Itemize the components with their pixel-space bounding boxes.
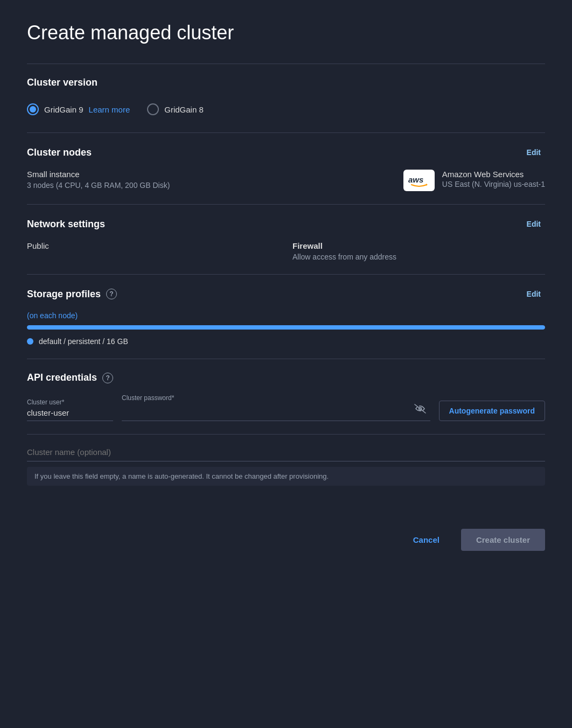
storage-profiles-title: Storage profiles <box>27 289 101 300</box>
provider-info: Amazon Web Services US East (N. Virginia… <box>442 170 545 188</box>
cluster-user-label: Cluster user* <box>27 398 113 406</box>
network-settings-header: Network settings Edit <box>27 218 545 230</box>
cluster-name-input[interactable] <box>27 447 545 461</box>
create-cluster-button[interactable]: Create cluster <box>461 529 545 551</box>
storage-profiles-header: Storage profiles ? Edit <box>27 288 545 300</box>
cluster-nodes-edit-button[interactable]: Edit <box>522 146 545 159</box>
gridgain9-option[interactable]: GridGain 9 Learn more <box>27 103 130 115</box>
cluster-name-section: If you leave this field empty, a name is… <box>27 434 545 492</box>
toggle-password-visibility-icon[interactable] <box>410 404 430 417</box>
credentials-grid: Cluster user* cluster-user Cluster passw… <box>27 394 545 421</box>
aws-logo-svg: aws <box>407 173 431 188</box>
network-settings-section: Network settings Edit Public Firewall Al… <box>27 204 545 274</box>
firewall-title: Firewall <box>292 241 545 250</box>
network-type-container: Public <box>27 241 280 261</box>
cluster-name-hint: If you leave this field empty, a name is… <box>27 467 545 486</box>
instance-title: Small instance <box>27 170 403 179</box>
api-credentials-header: API credentials ? <box>27 372 545 383</box>
storage-bar-fill <box>27 325 545 330</box>
gridgain8-radio[interactable] <box>147 103 159 115</box>
network-settings-edit-button[interactable]: Edit <box>522 218 545 230</box>
cancel-button[interactable]: Cancel <box>400 529 452 551</box>
autogenerate-password-button[interactable]: Autogenerate password <box>439 401 545 421</box>
cluster-user-field-group: Cluster user* cluster-user <box>27 398 113 421</box>
firewall-detail: Allow access from any address <box>292 253 545 261</box>
storage-dot-icon <box>27 338 33 345</box>
api-credentials-title: API credentials <box>27 372 97 383</box>
svg-marker-1 <box>426 184 428 186</box>
version-options: GridGain 9 Learn more GridGain 8 <box>27 99 545 120</box>
gridgain9-label: GridGain 9 <box>44 105 83 114</box>
storage-profiles-section: Storage profiles ? Edit (on each node) d… <box>27 274 545 359</box>
storage-profiles-edit-button[interactable]: Edit <box>522 288 545 300</box>
cluster-password-wrapper[interactable] <box>122 404 430 421</box>
storage-profiles-title-group: Storage profiles ? <box>27 289 117 300</box>
provider-region: US East (N. Virginia) us-east-1 <box>442 180 545 188</box>
learn-more-link[interactable]: Learn more <box>89 105 130 114</box>
cluster-nodes-section: Cluster nodes Edit Small instance 3 node… <box>27 132 545 204</box>
cluster-version-section: Cluster version GridGain 9 Learn more Gr… <box>27 64 545 132</box>
page-title: Create managed cluster <box>27 22 545 44</box>
storage-profiles-help-icon[interactable]: ? <box>106 289 117 299</box>
aws-logo: aws <box>403 170 435 191</box>
nodes-left: Small instance 3 nodes (4 CPU, 4 GB RAM,… <box>27 170 403 190</box>
storage-profile-item: default / persistent / 16 GB <box>27 337 545 346</box>
eye-strikethrough-svg <box>414 404 426 414</box>
api-credentials-help-icon[interactable]: ? <box>102 373 113 383</box>
cluster-password-label: Cluster password* <box>122 394 430 402</box>
gridgain8-option[interactable]: GridGain 8 <box>147 103 204 115</box>
gridgain9-radio[interactable] <box>27 103 39 115</box>
cluster-version-title: Cluster version <box>27 77 97 88</box>
api-credentials-section: API credentials ? Cluster user* cluster-… <box>27 359 545 434</box>
cluster-password-field-group: Cluster password* <box>122 394 430 421</box>
on-each-node-label: (on each node) <box>27 311 545 320</box>
api-credentials-title-group: API credentials ? <box>27 372 113 383</box>
cluster-nodes-header: Cluster nodes Edit <box>27 146 545 159</box>
cluster-user-value: cluster-user <box>27 408 113 421</box>
network-content: Public Firewall Allow access from any ad… <box>27 241 545 261</box>
footer-buttons: Cancel Create cluster <box>27 518 545 551</box>
storage-profile-label: default / persistent / 16 GB <box>39 337 128 346</box>
network-type: Public <box>27 241 280 250</box>
cluster-nodes-title: Cluster nodes <box>27 147 92 158</box>
svg-text:aws: aws <box>408 175 423 184</box>
provider-name: Amazon Web Services <box>442 170 545 179</box>
instance-detail: 3 nodes (4 CPU, 4 GB RAM, 200 GB Disk) <box>27 181 403 190</box>
network-settings-title: Network settings <box>27 219 105 230</box>
storage-bar <box>27 325 545 330</box>
gridgain8-label: GridGain 8 <box>164 105 204 114</box>
cluster-version-header: Cluster version <box>27 77 545 88</box>
nodes-right: aws Amazon Web Services US East (N. Virg… <box>403 170 545 191</box>
nodes-content: Small instance 3 nodes (4 CPU, 4 GB RAM,… <box>27 170 545 191</box>
firewall-container: Firewall Allow access from any address <box>280 241 545 261</box>
